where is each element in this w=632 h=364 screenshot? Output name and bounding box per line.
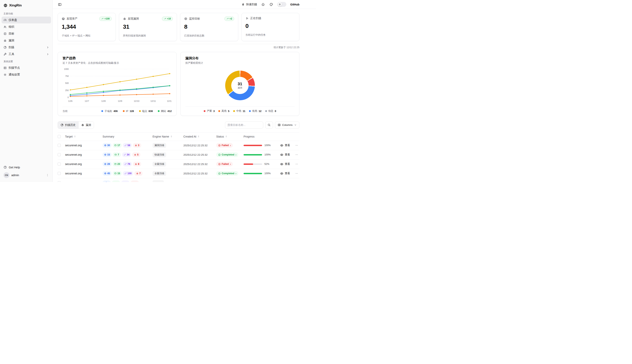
status-chevron: › xyxy=(236,172,237,175)
view-button[interactable]: 查看 xyxy=(280,172,290,175)
select-all-checkbox[interactable] xyxy=(58,135,61,138)
summary-cell: 45151007 xyxy=(103,171,152,176)
row-menu-button[interactable] xyxy=(295,144,298,147)
table-row[interactable]: securenet.org3017583漏洞扫描2025/12/12 22:25… xyxy=(58,141,299,150)
view-button[interactable]: 查看 xyxy=(280,144,290,147)
notifications-button[interactable] xyxy=(261,2,265,7)
sidebar-item-targets[interactable]: 目标 xyxy=(2,30,51,37)
legend-dot xyxy=(249,110,251,112)
columns-button[interactable]: Columns xyxy=(275,122,299,128)
sidebar-nav: 主要功能仪表盘组织目标漏洞扫描工具系统设置扫描节点通知设置 xyxy=(2,10,51,78)
status-chevron: › xyxy=(230,162,231,166)
sidebar-item-label: 通知设置 xyxy=(9,73,20,76)
donut-legend-item[interactable]: 信息0 xyxy=(265,109,276,113)
layers-icon xyxy=(62,17,65,20)
chevron-down-icon xyxy=(294,124,297,126)
search-button[interactable] xyxy=(265,122,273,128)
table-row[interactable] xyxy=(58,178,299,182)
column-header: Summary xyxy=(103,135,152,138)
donut-legend-item[interactable]: 中危11 xyxy=(233,109,246,113)
link-icon xyxy=(124,163,127,165)
user-menu[interactable]: CN admin xyxy=(2,171,51,180)
theme-toggle[interactable] xyxy=(277,2,286,7)
svg-text:12/12: 12/12 xyxy=(167,100,172,102)
sidebar-item-tools[interactable]: 工具 xyxy=(2,51,51,58)
trend-legend-item[interactable]: IP128 xyxy=(123,110,134,112)
github-link[interactable]: GitHub xyxy=(290,3,299,6)
bug-icon xyxy=(136,172,138,174)
bug-icon xyxy=(134,154,136,156)
stat-subtitle: 所有扫描发现的漏洞 xyxy=(123,34,173,38)
row-menu-button[interactable] xyxy=(295,172,298,175)
trend-legend-item[interactable]: 网站412 xyxy=(158,110,172,113)
sidebar-item-dashboard[interactable]: 仪表盘 xyxy=(2,16,51,24)
sidebar-item-label: 工具 xyxy=(9,52,14,56)
row-checkbox[interactable] xyxy=(58,181,61,182)
link-icon xyxy=(124,172,127,174)
vuln-donut-chart[interactable]: 31 漏洞 xyxy=(225,70,255,100)
stats-grid: 发现资产+1001,344子域名 + IP + 端点 + 网站发现漏洞+1031… xyxy=(58,13,299,41)
donut-legend-item[interactable]: 低危12 xyxy=(249,109,261,113)
search-input[interactable] xyxy=(225,122,263,128)
view-button[interactable]: 查看 xyxy=(280,162,290,166)
sidebar-item-vulnerabilities[interactable]: 漏洞 xyxy=(2,37,51,44)
summary-pill-window xyxy=(112,180,120,182)
sidebar-item-label: 漏洞 xyxy=(9,38,14,42)
asset-trend-card: 资产趋势 近 7 天各类资产变化 · 点击折线或图例可隐藏/显示 0250500… xyxy=(58,52,176,116)
status-badge[interactable]: Failed› xyxy=(216,143,233,148)
legend-dot xyxy=(139,110,141,112)
progress-percent: 52% xyxy=(265,163,269,166)
asset-trend-subtitle: 近 7 天各类资产变化 · 点击折线或图例可隐藏/显示 xyxy=(63,61,172,65)
sidebar: XingRin 主要功能仪表盘组织目标漏洞扫描工具系统设置扫描节点通知设置 Ge… xyxy=(0,0,53,182)
donut-legend-item[interactable]: 严重3 xyxy=(204,109,215,113)
play-icon xyxy=(246,17,249,20)
progress-bar xyxy=(244,173,262,174)
sidebar-item-scan[interactable]: 扫描 xyxy=(2,44,51,51)
wrench-icon xyxy=(4,53,7,56)
row-menu-button[interactable] xyxy=(295,162,298,166)
asset-trend-legend: 当前子域名406IP128端点838网站412 xyxy=(63,107,172,113)
sidebar-item-notification-settings[interactable]: 通知设置 xyxy=(2,71,51,78)
theme-palette-button[interactable] xyxy=(269,2,273,7)
summary-pill-link: 58 xyxy=(123,143,132,148)
row-menu-button[interactable] xyxy=(295,153,298,156)
row-checkbox[interactable] xyxy=(58,172,61,175)
tab-scan-history[interactable]: 扫描历史 xyxy=(58,122,78,128)
radar-icon xyxy=(61,124,64,126)
trend-icon xyxy=(101,18,104,20)
table-row[interactable]: securenet.org45151007全量扫描2025/12/12 22:2… xyxy=(58,169,299,178)
tab-vulnerabilities[interactable]: 漏洞 xyxy=(78,122,94,128)
summary-pill-link: 100 xyxy=(123,171,133,176)
status-badge[interactable]: Completed› xyxy=(216,152,238,157)
help-icon xyxy=(4,166,7,169)
bug-icon xyxy=(81,124,84,126)
view-button[interactable]: 查看 xyxy=(280,153,290,156)
sidebar-item-organizations[interactable]: 组织 xyxy=(2,24,51,30)
donut-legend-item[interactable]: 高危5 xyxy=(218,109,229,113)
row-checkbox[interactable] xyxy=(58,153,61,156)
table-row[interactable]: securenet.org2823768全量扫描2025/12/12 22:25… xyxy=(58,160,299,169)
svg-text:12/10: 12/10 xyxy=(134,100,139,102)
sidebar-toggle-button[interactable] xyxy=(58,2,62,7)
row-checkbox[interactable] xyxy=(58,162,61,166)
status-badge[interactable]: Failed› xyxy=(216,162,233,166)
asset-trend-chart[interactable]: 0250500750100012/612/712/812/912/1012/11… xyxy=(63,67,172,104)
window-icon xyxy=(114,163,117,165)
trend-legend-item[interactable]: 子域名406 xyxy=(101,110,118,113)
sidebar-item-scan-nodes[interactable]: 扫描节点 xyxy=(2,64,51,71)
trend-legend-item[interactable]: 端点838 xyxy=(139,110,153,113)
kebab-icon xyxy=(46,174,49,177)
column-header: Target xyxy=(65,135,103,138)
link-icon xyxy=(124,154,126,156)
legend-dot xyxy=(265,110,267,112)
table-row[interactable]: securenet.org157345快速扫描2025/12/12 22:25:… xyxy=(58,150,299,160)
user-menu-button[interactable] xyxy=(46,174,49,177)
gear-icon xyxy=(4,73,7,76)
row-checkbox[interactable] xyxy=(58,144,61,147)
tab-label: 扫描历史 xyxy=(65,123,76,127)
list-icon xyxy=(4,32,7,35)
vuln-distribution-card: 漏洞分布 按严重程度统计 31 漏洞 严重3高危5中危11低危12信息0 xyxy=(180,52,299,116)
get-help-button[interactable]: Get Help xyxy=(2,164,51,171)
quick-scan-button[interactable]: 快速扫描 xyxy=(242,3,257,6)
status-badge[interactable]: Completed› xyxy=(216,171,238,176)
